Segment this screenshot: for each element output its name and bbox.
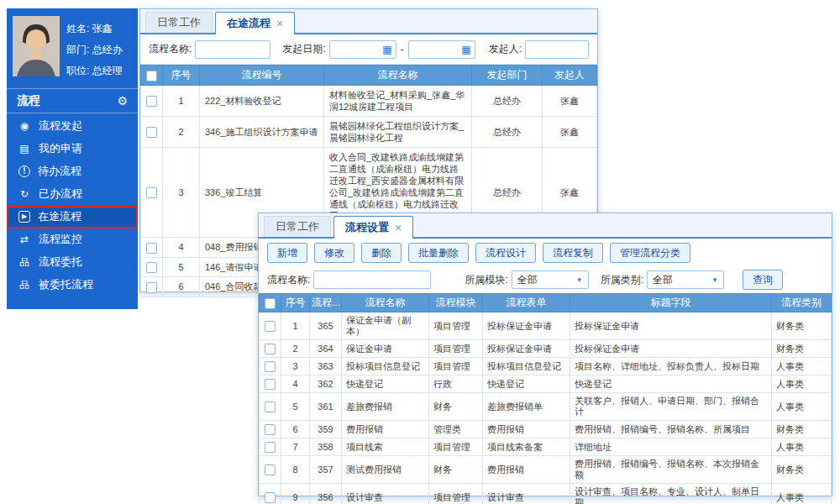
row-checkbox[interactable]	[146, 262, 157, 273]
sidebar-item-delegate[interactable]: 品流程委托	[7, 251, 138, 274]
end-date-input[interactable]: ▦	[408, 40, 475, 59]
query-button[interactable]: 查询	[743, 270, 783, 290]
tab-daily-work[interactable]: 日常工作	[145, 12, 213, 33]
table-row[interactable]: 3363投标项目信息登记项目管理投标项目信息登记项目名称、详细地址、投标负责人、…	[260, 358, 832, 375]
panel1-filterbar: 流程名称: 发起日期: ▦ - ▦ 发起人:	[140, 34, 597, 65]
table-row[interactable]: 8357测试费用报销财务费用报销费用报销、报销编号、报销名称、本次报销金额财务类	[260, 456, 832, 484]
column-header[interactable]: 流程类别	[772, 294, 832, 312]
table-row[interactable]: 5361差旅费报销财务差旅费报销单关联客户、报销人、申请日期、部门、报销合计人事…	[260, 393, 832, 421]
row-checkbox[interactable]	[265, 344, 276, 354]
row-checkbox[interactable]	[265, 379, 276, 390]
table-row[interactable]: 4362快递登记行政快递登记快递登记人事类	[260, 375, 832, 393]
column-header[interactable]: 流程名称	[342, 294, 429, 312]
sidebar-item-monitor[interactable]: ⇄流程监控	[7, 228, 138, 251]
column-header[interactable]: 流程名称	[324, 66, 472, 86]
process-copy-button[interactable]: 流程复制	[543, 243, 603, 263]
row-checkbox[interactable]	[146, 187, 157, 198]
category-select[interactable]: 全部 ▼	[647, 270, 724, 289]
select-all-checkbox[interactable]	[265, 298, 276, 309]
sidebar-item-my-applications[interactable]: ▤我的申请	[7, 138, 138, 160]
sidebar-item-initiate[interactable]: ◉流程发起	[7, 115, 138, 138]
cell-category: 人事类	[772, 438, 832, 456]
row-checkbox[interactable]	[265, 424, 276, 435]
row-checkbox[interactable]	[265, 492, 276, 503]
cell-initiator: 张鑫	[543, 117, 597, 148]
table-row[interactable]: 7358项目线索项目管理项目线索备案详细地址人事类	[260, 438, 832, 456]
batch-delete-button[interactable]: 批量删除	[408, 243, 469, 263]
cell-name: 投标项目信息登记	[342, 358, 429, 375]
column-header[interactable]: 发起人	[543, 66, 597, 86]
close-icon[interactable]: ×	[276, 18, 283, 29]
cell-code: 222_材料验收登记	[200, 86, 324, 117]
cell-dept: 总经办	[472, 117, 543, 148]
cell-title_field: 项目名称、详细地址、投标负责人、投标日期	[570, 358, 772, 375]
cell-code: 356	[310, 484, 342, 504]
checkbox-cell	[260, 340, 281, 358]
add-button[interactable]: 新增	[267, 243, 307, 263]
column-header[interactable]: 发起部门	[472, 66, 543, 86]
checkbox-cell	[260, 375, 281, 393]
select-all-checkbox[interactable]	[146, 71, 157, 81]
row-checkbox[interactable]	[265, 442, 276, 453]
tab-daily-work-2[interactable]: 日常工作	[264, 216, 331, 237]
cell-no: 5	[163, 257, 200, 277]
sidebar-item-delegated[interactable]: 品被委托流程	[7, 274, 138, 297]
column-header[interactable]: 流程编号	[200, 66, 324, 86]
start-date-input[interactable]: ▦	[329, 40, 396, 59]
module-select[interactable]: 全部 ▼	[512, 270, 589, 289]
row-checkbox[interactable]	[146, 96, 157, 107]
row-checkbox[interactable]	[146, 243, 157, 254]
edit-button[interactable]: 修改	[314, 243, 354, 263]
column-header[interactable]: 标题字段	[570, 294, 772, 312]
tab-label: 流程设置	[345, 220, 389, 235]
sidebar-item-pending[interactable]: !待办流程	[7, 160, 138, 183]
row-checkbox[interactable]	[146, 282, 157, 293]
process-name-input[interactable]	[195, 40, 270, 59]
table-row[interactable]: 2346_施工组织设计方案申请晨铭园林绿化工程组织设计方案_晨铭园林绿化工程总经…	[141, 117, 597, 148]
cell-module: 项目管理	[429, 312, 483, 340]
column-header[interactable]: 流程...	[310, 294, 342, 312]
sidebar-item-completed[interactable]: ↻已办流程	[7, 183, 138, 206]
cell-name: 设计审查	[342, 484, 429, 504]
start-date-label: 发起日期:	[282, 42, 325, 56]
manage-categories-button[interactable]: 管理流程分类	[610, 243, 690, 263]
cell-form: 设计审查	[483, 484, 570, 504]
cell-no: 9	[281, 484, 310, 504]
column-header[interactable]: 序号	[163, 66, 200, 86]
sidebar-item-in-transit[interactable]: ▶在途流程	[7, 206, 138, 228]
gear-icon[interactable]: ⚙	[117, 94, 128, 108]
category-label: 所属类别:	[601, 273, 643, 287]
in-transit-icon: ▶	[18, 211, 30, 223]
close-icon[interactable]: ×	[395, 222, 402, 234]
column-header[interactable]: 流程表单	[483, 294, 570, 312]
cell-no: 6	[281, 421, 310, 438]
cell-module: 行政	[429, 375, 483, 393]
table-row[interactable]: 1222_材料验收登记材料验收登记_材料采购_张鑫_华润12城房建工程项目总经办…	[141, 86, 597, 117]
table-row[interactable]: 2364保证金申请项目管理投标保证金申请投标保证金申请财务类	[260, 340, 832, 358]
row-checkbox[interactable]	[146, 127, 157, 138]
delegated-icon: 品	[18, 278, 31, 292]
tab-process-settings[interactable]: 流程设置 ×	[333, 216, 413, 239]
cell-name: 保证金申请	[342, 340, 429, 358]
cell-category: 人事类	[772, 393, 832, 421]
column-header[interactable]: 流程模块	[429, 294, 483, 312]
table-row[interactable]: 1365保证金申请（副本）项目管理投标保证金申请投标保证金申请财务类	[260, 312, 832, 340]
table-row[interactable]: 6359费用报销管理类费用报销费用报销、报销编号、报销名称、所属项目财务类	[260, 421, 832, 438]
delete-button[interactable]: 删除	[361, 243, 402, 263]
cell-title_field: 费用报销、报销编号、报销名称、本次报销金额	[570, 456, 772, 484]
tab-in-transit-processes[interactable]: 在途流程 ×	[215, 12, 295, 34]
checkbox-cell	[260, 393, 281, 421]
header-row: 序号流程...流程名称流程模块流程表单标题字段流程类别	[260, 294, 832, 312]
pending-icon: !	[18, 165, 30, 177]
column-header[interactable]: 序号	[281, 294, 310, 312]
row-checkbox[interactable]	[265, 361, 276, 372]
table-row[interactable]: 9356设计审查项目管理设计审查设计审查、项目名称、专业、设计人、制单日期人事类	[260, 484, 832, 504]
row-checkbox[interactable]	[265, 321, 276, 332]
sidebar-header: 流程 ⚙	[7, 88, 138, 113]
sidebar-item-label: 在途流程	[38, 209, 81, 224]
row-checkbox[interactable]	[265, 402, 276, 412]
initiator-input[interactable]	[525, 40, 589, 59]
row-checkbox[interactable]	[265, 465, 276, 475]
process-design-button[interactable]: 流程设计	[475, 243, 536, 263]
process-name-input[interactable]	[313, 270, 431, 289]
